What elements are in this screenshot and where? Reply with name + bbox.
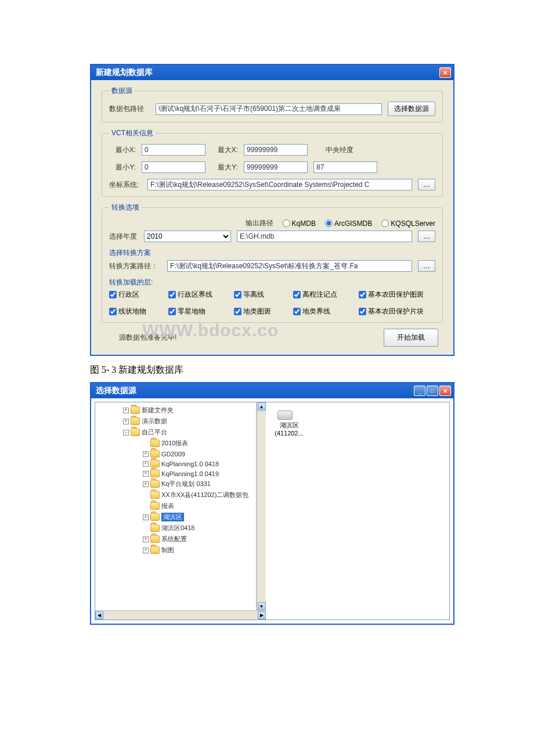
folder-icon xyxy=(150,491,160,499)
vct-group: VCT相关信息 最小X: 最大X: 中央经度 最小Y: 最大Y: 坐标系统: xyxy=(102,128,443,197)
tree-item: +新建文件夹 xyxy=(123,405,256,416)
browse-scheme-button[interactable]: … xyxy=(418,260,435,272)
maxx-input[interactable] xyxy=(244,144,308,156)
window-title: 新建规划数据库 xyxy=(96,67,153,78)
vct-legend: VCT相关信息 xyxy=(109,128,156,138)
detail-pane: 湖滨区 (411202... xyxy=(266,402,449,620)
tree-item: +制图 xyxy=(143,545,256,556)
new-plan-db-dialog: 新建规划数据库 ✕ 数据源 数据包路径 选择数据源 VCT相关信息 最小X: 最 xyxy=(90,64,454,356)
convert-group: 转换选项 x 输出路径 KqMDB ArcGISMDB KQSQLServer … xyxy=(102,203,443,323)
layer-check[interactable]: 线状地物 xyxy=(109,307,158,316)
scroll-down-icon[interactable]: ▼ xyxy=(258,602,266,610)
radio-kqmdb[interactable]: KqMDB xyxy=(283,219,316,228)
tree-item: −自己平台 xyxy=(123,427,256,438)
scroll-left-icon[interactable]: ◀ xyxy=(95,611,103,620)
convert-legend: 转换选项 xyxy=(109,203,142,213)
select-source-dialog: 选择数据源 _ □ ✕ +新建文件夹 +演示数据 −自己平台 xyxy=(90,382,454,625)
scroll-up-icon[interactable]: ▲ xyxy=(258,402,266,411)
drive-icon[interactable] xyxy=(277,411,293,420)
datasource-legend: 数据源 xyxy=(109,86,135,96)
folder-icon xyxy=(150,535,160,543)
layers-grid: 行政区 行政区界线 等高线 高程注记点 基本农田保护图斑 线状地物 零星地物 地… xyxy=(109,290,435,316)
folder-icon xyxy=(131,417,140,425)
central-label: 中央经度 xyxy=(313,145,366,155)
tree-item: +Kq平台规划 0331 xyxy=(143,478,256,489)
maxy-label: 最大Y: xyxy=(211,163,238,172)
titlebar-2[interactable]: 选择数据源 _ □ ✕ xyxy=(91,383,453,398)
miny-label: 最小Y: xyxy=(109,163,136,172)
minx-input[interactable] xyxy=(142,144,205,156)
radio-kqsqlserver[interactable]: KQSQLServer xyxy=(381,219,435,228)
layer-check[interactable]: 等高线 xyxy=(234,290,283,300)
folder-icon xyxy=(150,450,160,458)
path-input[interactable] xyxy=(156,103,382,115)
tree-item: +演示数据 xyxy=(123,416,256,427)
tree-item: +系统配置 xyxy=(143,534,256,545)
tree-item: 湖滨区0418 xyxy=(143,523,256,534)
year-select[interactable]: 2010 xyxy=(144,231,231,242)
figure-caption: 图 5- 3 新建规划数据库 xyxy=(90,364,444,376)
status-text: 源数据包准备完毕! xyxy=(119,333,176,343)
radio-arcgismdb[interactable]: ArcGISMDB xyxy=(325,219,372,228)
tree-item: +湖滨区 xyxy=(143,512,256,523)
scheme-label: 转换方案路径： xyxy=(109,261,161,271)
minx-label: 最小X: xyxy=(109,145,136,155)
layer-check[interactable]: 行政区 xyxy=(109,290,158,300)
output-path-label: 输出路径 xyxy=(246,218,273,228)
titlebar[interactable]: 新建规划数据库 ✕ xyxy=(91,65,453,80)
layer-check[interactable]: 地类界线 xyxy=(293,307,349,316)
folder-icon xyxy=(150,502,160,510)
scheme-input[interactable] xyxy=(167,260,412,272)
folder-icon xyxy=(150,470,160,477)
scroll-right-icon[interactable]: ▶ xyxy=(258,611,266,620)
layer-check[interactable]: 零星地物 xyxy=(168,307,224,316)
path-label: 数据包路径 xyxy=(109,104,150,114)
folder-icon xyxy=(150,546,160,554)
tree-item: +KqPlanning1.0 0419 xyxy=(143,469,256,478)
select-source-button[interactable]: 选择数据源 xyxy=(388,102,435,116)
layer-check[interactable]: 行政区界线 xyxy=(168,290,224,300)
year-label: 选择年度 xyxy=(109,232,138,242)
folder-icon xyxy=(150,480,160,488)
vertical-scrollbar[interactable]: ▲ ▼ xyxy=(257,402,266,610)
window-title-2: 选择数据源 xyxy=(96,386,136,396)
folder-icon xyxy=(150,524,160,532)
browse-coord-button[interactable]: … xyxy=(418,179,435,190)
central-input[interactable] xyxy=(313,161,377,173)
layer-check[interactable]: 基本农田保护图斑 xyxy=(359,290,435,300)
folder-icon xyxy=(131,429,140,436)
close-icon[interactable]: ✕ xyxy=(439,67,451,78)
horizontal-scrollbar[interactable]: ◀ ▶ xyxy=(95,610,266,620)
scheme-legend: 选择转换方案 xyxy=(109,248,435,258)
minimize-icon[interactable]: _ xyxy=(414,386,425,396)
browse-output-button[interactable]: … xyxy=(418,231,435,242)
datasource-group: 数据源 数据包路径 选择数据源 xyxy=(102,86,443,123)
tree-item: XX市XX县(411202)二调数据包 xyxy=(143,489,256,501)
tree-item: +KqPlanning1.0 0418 xyxy=(143,459,256,469)
folder-icon xyxy=(131,406,140,414)
maxy-input[interactable] xyxy=(244,161,308,173)
folder-icon xyxy=(150,460,160,467)
layer-check[interactable]: 地类图斑 xyxy=(234,307,283,316)
start-load-button[interactable]: 开始加载 xyxy=(384,329,438,347)
close-icon[interactable]: ✕ xyxy=(439,386,451,396)
coord-label: 坐标系统: xyxy=(109,180,142,190)
output-path-input[interactable] xyxy=(237,231,412,242)
folder-icon xyxy=(150,513,160,521)
maximize-icon[interactable]: □ xyxy=(427,386,438,396)
miny-input[interactable] xyxy=(142,161,205,173)
folder-tree[interactable]: +新建文件夹 +演示数据 −自己平台 2010报表 +GD2009 +KqPla… xyxy=(95,402,257,610)
layer-check[interactable]: 高程注记点 xyxy=(293,290,349,300)
layer-check[interactable]: 基本农田保护片块 xyxy=(359,307,435,316)
tree-item: +GD2009 xyxy=(143,449,256,459)
folder-icon xyxy=(150,440,160,447)
tree-item: 报表 xyxy=(143,501,256,512)
detail-item-label[interactable]: 湖滨区 (411202... xyxy=(272,421,306,437)
coord-input[interactable] xyxy=(147,179,412,190)
layers-legend: 转换加载的层: xyxy=(109,278,435,287)
maxx-label: 最大X: xyxy=(211,145,238,155)
tree-item: 2010报表 xyxy=(143,438,256,449)
